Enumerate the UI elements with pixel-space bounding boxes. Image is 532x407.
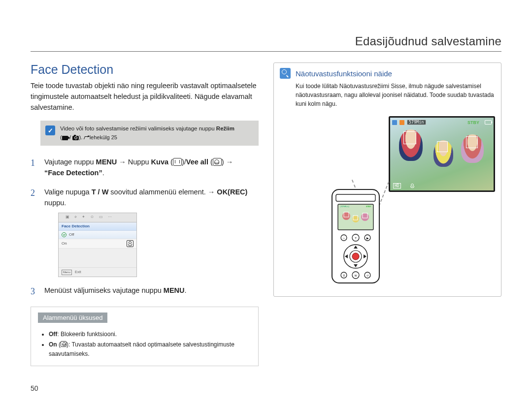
face-box xyxy=(437,141,448,152)
svg-text:[579Min]: [579Min] xyxy=(340,205,349,208)
device-drawing: [579Min] STBY ⌂ T ▶ xyxy=(329,188,382,286)
camera-icon xyxy=(72,136,79,140)
movie-icon xyxy=(62,136,68,140)
battery-icon xyxy=(485,120,492,125)
tab-icon: ✦ xyxy=(82,214,85,220)
face-icon xyxy=(127,240,133,247)
svg-text:T: T xyxy=(355,237,357,240)
menu-item-on: On xyxy=(59,239,136,249)
display-icon xyxy=(173,158,182,166)
svg-text:⌂: ⌂ xyxy=(343,237,345,240)
illustration: 579Min STBY HD xyxy=(296,116,495,288)
note-box: ✓ Video või foto salvestamise režiimi va… xyxy=(40,121,259,146)
svg-point-19 xyxy=(352,253,359,260)
step-3: 3 Menüüst väljumiseks vajutage nuppu MEN… xyxy=(31,285,259,299)
submenu-item-on: On (): Tuvastab automaatselt näod optima… xyxy=(49,340,251,359)
svg-text:W: W xyxy=(355,274,357,277)
svg-point-3 xyxy=(342,212,350,220)
intro-text: Teie toode tuvastab objekti näo ning reg… xyxy=(31,81,259,113)
zoom-screen: 579Min STBY HD xyxy=(389,116,495,192)
section-heading: Face Detection xyxy=(31,63,259,77)
step-1: 1 Vajutage nuppu MENU → Nuppu Kuva ()/Ve… xyxy=(31,157,259,179)
face-icon xyxy=(410,183,415,188)
underwater-icon xyxy=(213,158,222,166)
submenu-box: Alammenüü üksused Off: Blokeerib funktsi… xyxy=(31,307,259,367)
osd-stby: STBY xyxy=(467,120,479,125)
face-box xyxy=(466,136,478,148)
menu-button-label: Menu xyxy=(62,270,72,275)
osd-time: 579Min xyxy=(407,120,426,125)
tab-icon: ▭ xyxy=(99,214,103,220)
magnifier-icon xyxy=(280,68,291,79)
tab-icon: ▣ xyxy=(66,214,69,220)
note-text: Video või foto salvestamise režiimi vali… xyxy=(60,125,234,142)
tab-icon: ⋯ xyxy=(108,214,112,220)
submenu-item-off: Off: Blokeerib funktsiooni. xyxy=(49,330,251,339)
step-2: 2 Valige nupuga T / W soovitud alammenüü… xyxy=(31,187,259,277)
svg-text:↺: ↺ xyxy=(366,274,368,277)
menu-screenshot: ▣ ⎆ ✦ ☺ ▭ ⋯ Face Detection Off xyxy=(58,213,137,277)
face-box xyxy=(403,131,416,144)
check-icon xyxy=(62,232,66,237)
chapter-title: Edasijõudnud salvestamine xyxy=(31,34,501,48)
osd-icon xyxy=(392,120,397,125)
submenu-title: Alammenüü üksused xyxy=(38,313,107,323)
divider xyxy=(31,51,501,52)
example-box: Näotuvastusfunktsiooni näide Kui toode l… xyxy=(273,63,501,297)
tab-icon: ⎆ xyxy=(74,214,77,220)
tab-icon: ☺ xyxy=(90,214,94,220)
left-column: Face Detection Teie toode tuvastab objek… xyxy=(31,63,259,366)
check-icon: ✓ xyxy=(45,125,55,135)
page-number: 50 xyxy=(31,384,38,392)
page-ref-arrow-icon xyxy=(84,136,89,139)
menu-item-off: Off xyxy=(59,231,136,239)
svg-text:STBY: STBY xyxy=(366,205,371,208)
svg-point-5 xyxy=(361,213,369,221)
right-column: Näotuvastusfunktsiooni näide Kui toode l… xyxy=(273,63,501,366)
example-title: Näotuvastusfunktsiooni näide xyxy=(296,69,392,78)
face-icon xyxy=(61,341,66,347)
svg-text:▶: ▶ xyxy=(366,237,369,240)
menu-title: Face Detection xyxy=(59,222,136,231)
example-body: Kui toode lülitab Näotuvastusrežiimi Sis… xyxy=(296,82,495,108)
osd-icon xyxy=(399,120,404,125)
